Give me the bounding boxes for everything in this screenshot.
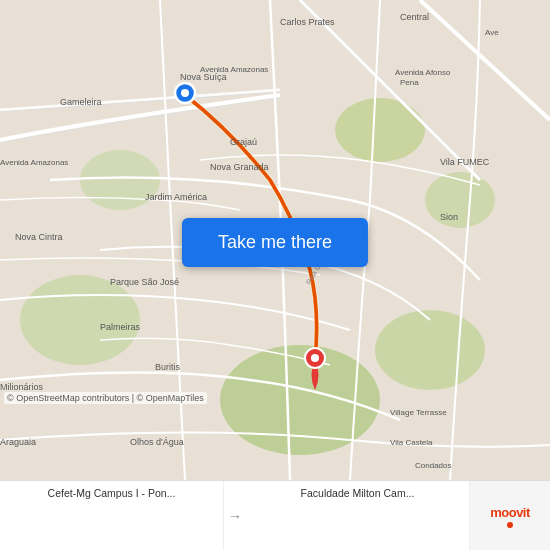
arrow-container: → <box>224 481 246 550</box>
svg-text:Avenida Amazonas: Avenida Amazonas <box>0 158 68 167</box>
svg-text:Nova Granada: Nova Granada <box>210 162 269 172</box>
svg-text:Palmeiras: Palmeiras <box>100 322 141 332</box>
svg-text:Carlos Prates: Carlos Prates <box>280 17 335 27</box>
origin-segment[interactable]: Cefet-Mg Campus I - Pon... <box>0 481 224 550</box>
origin-label: Cefet-Mg Campus I - Pon... <box>48 487 176 544</box>
svg-point-3 <box>375 310 485 390</box>
svg-text:Olhos d'Água: Olhos d'Água <box>130 437 184 447</box>
svg-text:Buritis: Buritis <box>155 362 181 372</box>
svg-text:Condados: Condados <box>415 461 451 470</box>
moovit-logo: moovit <box>470 481 550 550</box>
svg-point-1 <box>20 275 140 365</box>
svg-text:Ave: Ave <box>485 28 499 37</box>
svg-text:Pena: Pena <box>400 78 419 87</box>
map-attribution: © OpenStreetMap contributors | © OpenMap… <box>4 392 207 404</box>
destination-segment[interactable]: Faculdade Milton Cam... <box>246 481 470 550</box>
svg-text:Vila FUMEC: Vila FUMEC <box>440 157 490 167</box>
svg-text:Grajaú: Grajaú <box>230 137 257 147</box>
svg-text:Avenida Afonso: Avenida Afonso <box>395 68 451 77</box>
map-container: Gameleira Nova Suíça Carlos Prates Centr… <box>0 0 550 480</box>
svg-text:Gameleira: Gameleira <box>60 97 102 107</box>
destination-label: Faculdade Milton Cam... <box>301 487 415 544</box>
svg-text:Nova Cintra: Nova Cintra <box>15 232 63 242</box>
svg-text:Milionários: Milionários <box>0 382 44 392</box>
svg-point-12 <box>311 354 319 362</box>
direction-arrow-icon: → <box>228 508 242 524</box>
moovit-text: moovit <box>490 505 530 520</box>
svg-point-5 <box>425 172 495 228</box>
svg-text:Parque São José: Parque São José <box>110 277 179 287</box>
svg-text:Jardim América: Jardim América <box>145 192 207 202</box>
take-me-there-button[interactable]: Take me there <box>182 218 368 267</box>
svg-text:Village Terrasse: Village Terrasse <box>390 408 447 417</box>
svg-text:Vila Castela: Vila Castela <box>390 438 433 447</box>
svg-text:Central: Central <box>400 12 429 22</box>
svg-text:Araguaia: Araguaia <box>0 437 36 447</box>
moovit-dot <box>507 522 513 528</box>
bottom-bar: Cefet-Mg Campus I - Pon... → Faculdade M… <box>0 480 550 550</box>
svg-text:Avenida Amazonas: Avenida Amazonas <box>200 65 268 74</box>
svg-text:Sion: Sion <box>440 212 458 222</box>
svg-point-10 <box>181 89 189 97</box>
svg-point-6 <box>335 98 425 162</box>
